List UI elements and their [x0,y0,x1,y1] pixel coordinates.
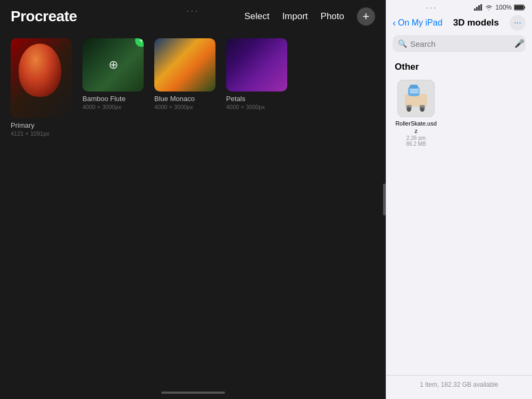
procreate-nav: Select Import Photo + [244,7,375,26]
gallery-label-monaco: Blue Monaco [154,95,215,103]
back-chevron-icon: ‹ [393,18,396,29]
gallery-dims-petals: 4000 × 3000px [226,104,287,110]
section-header: Other [386,57,532,76]
bottom-scrollbar [161,392,225,394]
files-title: 3D models [447,18,505,28]
files-panel: ··· 100% ‹ [386,0,532,399]
gallery-thumb-monaco [154,38,215,92]
search-bar: 🔍 🎤 [393,35,526,52]
file-thumb-rollerskate [397,80,435,117]
photo-button[interactable]: Photo [321,11,344,22]
search-icon: 🔍 [398,39,407,48]
select-button[interactable]: Select [244,11,269,22]
mic-icon[interactable]: 🎤 [514,39,525,48]
file-item-rollerskate[interactable]: RollerSkate.usdz 2.26 pm 86.2 MB [395,80,437,147]
more-options-button[interactable]: ··· [510,15,526,31]
svg-rect-3 [480,4,482,11]
gallery-item-petals[interactable]: Petals 4000 × 3000px [226,38,287,110]
battery-level: 100% [495,4,512,11]
gallery-dims-primary: 4121 × 1091px [11,130,72,137]
procreate-title: Procreate [11,8,77,25]
gallery-thumb-primary [11,38,72,118]
top-dots: ··· [186,5,199,16]
search-input[interactable] [410,39,511,48]
file-size-rollerskate: 86.2 MB [406,141,426,147]
file-name-rollerskate: RollerSkate.usdz [395,120,437,135]
back-label: On My iPad [398,18,443,28]
gallery-grid: Primary 4121 × 1091px + ⊕ Bamboo Flute 4… [0,33,386,153]
drag-divider[interactable] [383,184,386,215]
svg-rect-2 [478,5,480,11]
gallery-dims-monaco: 4000 × 3000px [154,104,215,110]
status-dots: ··· [393,3,471,12]
add-button[interactable]: + [357,7,375,26]
gallery-thumb-bamboo: + ⊕ [82,38,144,92]
gallery-label-primary: Primary [11,121,72,129]
file-date-rollerskate: 2.26 pm [406,135,426,141]
svg-rect-1 [476,7,478,11]
gallery-thumb-petals [226,38,287,92]
svg-rect-5 [524,6,525,9]
signal-icon [474,4,483,11]
gallery-item-primary[interactable]: Primary 4121 × 1091px [11,38,72,137]
status-icons: 100% [474,4,526,11]
gallery-label-petals: Petals [226,95,287,103]
file-grid: RollerSkate.usdz 2.26 pm 86.2 MB [386,76,532,151]
svg-point-10 [407,107,411,112]
svg-rect-0 [474,9,476,11]
files-footer: 1 item, 182.32 GB available [386,375,532,399]
status-bar: ··· 100% [386,0,532,13]
files-header: ‹ On My iPad 3D models ··· [386,13,532,35]
more-options-icon: ··· [514,18,521,28]
procreate-panel: ··· Procreate Select Import Photo + Prim… [0,0,386,399]
wifi-icon [485,4,493,11]
svg-point-11 [420,107,425,112]
rollerskate-image [403,82,429,114]
battery-icon [514,4,526,11]
svg-rect-13 [410,85,418,89]
gallery-dims-bamboo: 4000 × 3000px [82,104,144,110]
gallery-item-bamboo[interactable]: + ⊕ Bamboo Flute 4000 × 3000px [82,38,144,110]
import-button[interactable]: Import [282,11,307,22]
back-button[interactable]: ‹ On My iPad [393,18,443,29]
gallery-item-monaco[interactable]: Blue Monaco 4000 × 3000px [154,38,215,110]
gallery-label-bamboo: Bamboo Flute [82,95,144,103]
svg-rect-6 [514,5,523,10]
move-icon: ⊕ [109,58,118,72]
